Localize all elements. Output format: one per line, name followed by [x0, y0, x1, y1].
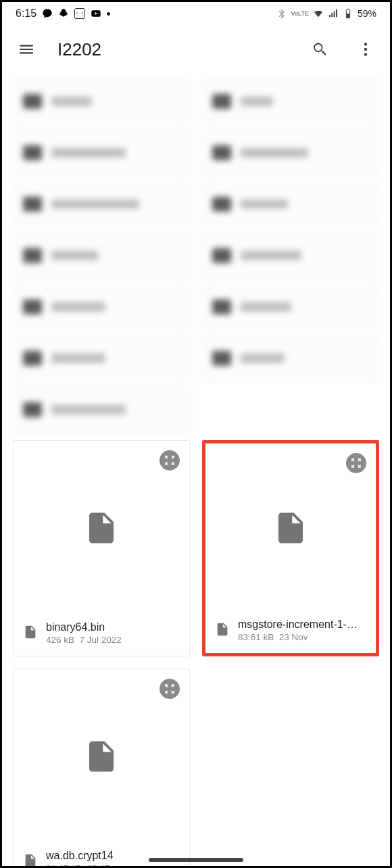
file-card[interactable]: msgstore-increment-1-…83.61 kB 23 Nov	[202, 440, 379, 656]
expand-button[interactable]	[160, 679, 180, 699]
youtube-icon	[91, 8, 101, 19]
status-time: 6:15	[16, 7, 36, 20]
folder-icon	[212, 299, 231, 314]
folder-label	[51, 405, 126, 414]
folder-item[interactable]	[202, 285, 379, 329]
folder-label	[51, 199, 139, 209]
folder-icon	[212, 94, 231, 109]
signal-icon	[328, 8, 339, 19]
file-card[interactable]: wa.db.crypt1421.45 kB 12:45 pm	[13, 669, 190, 868]
folder-item[interactable]	[202, 79, 379, 124]
more-options-button[interactable]	[351, 34, 381, 64]
file-subtitle: 426 kB 7 Jul 2022	[46, 635, 122, 645]
page-title: I2202	[57, 39, 289, 60]
folder-icon	[23, 197, 42, 212]
folder-item[interactable]	[202, 233, 379, 278]
bluetooth-icon	[276, 8, 287, 19]
expand-button[interactable]	[346, 453, 366, 473]
search-button[interactable]	[305, 34, 335, 64]
folder-icon	[212, 248, 231, 263]
search-icon	[311, 41, 328, 58]
file-name: msgstore-increment-1-…	[238, 619, 358, 631]
folder-label	[241, 97, 273, 106]
folder-item[interactable]	[202, 130, 379, 175]
folder-item[interactable]	[13, 336, 190, 381]
svg-point-1	[364, 43, 367, 45]
file-icon	[215, 620, 230, 642]
volte-icon: VoLTE	[291, 11, 309, 17]
file-name: binary64.bin	[46, 621, 122, 633]
file-name: wa.db.crypt14	[46, 850, 125, 862]
file-subtitle: 21.45 kB 12:45 pm	[46, 863, 125, 868]
folder-item[interactable]	[13, 285, 190, 329]
menu-button[interactable]	[11, 34, 41, 64]
file-icon	[23, 851, 38, 869]
folder-item[interactable]	[13, 182, 190, 226]
folder-label	[51, 97, 92, 106]
svg-point-3	[364, 53, 367, 55]
file-footer: msgstore-increment-1-…83.61 kB 23 Nov	[205, 612, 376, 653]
folder-label	[241, 302, 291, 312]
folder-label	[51, 251, 99, 260]
file-subtitle: 83.61 kB 23 Nov	[238, 632, 358, 642]
folder-item[interactable]	[13, 79, 190, 124]
folder-label	[51, 148, 126, 158]
grid-icon: ⋮⋮	[74, 8, 85, 19]
folder-icon	[212, 197, 231, 212]
folder-label	[241, 251, 301, 260]
expand-button[interactable]	[160, 450, 180, 471]
file-footer: wa.db.crypt1421.45 kB 12:45 pm	[14, 843, 189, 868]
folder-item[interactable]	[202, 182, 379, 226]
folder-label	[241, 354, 285, 363]
folder-label	[51, 302, 105, 312]
folder-icon	[212, 145, 231, 160]
folder-label	[51, 354, 105, 363]
folder-icon	[23, 94, 42, 109]
snapchat-icon	[58, 8, 69, 19]
nav-handle[interactable]	[149, 858, 243, 862]
battery-icon	[343, 8, 353, 19]
folder-icon	[23, 248, 42, 263]
folder-label	[241, 148, 308, 158]
folder-icon	[212, 351, 231, 366]
folder-icon	[23, 299, 42, 314]
folder-icon	[23, 351, 42, 366]
wifi-icon	[313, 8, 324, 19]
chat-bubble-icon	[42, 8, 53, 19]
folder-label	[241, 199, 288, 209]
folder-item[interactable]	[202, 336, 379, 381]
folder-icon	[23, 402, 42, 417]
svg-point-2	[364, 48, 367, 51]
folder-item[interactable]	[13, 130, 190, 175]
file-footer: binary64.bin426 kB 7 Jul 2022	[14, 614, 189, 656]
folder-item[interactable]	[13, 233, 190, 278]
more-indicator-icon	[107, 12, 110, 16]
app-bar: I2202	[2, 22, 390, 76]
status-bar: 6:15 ⋮⋮ VoLTE	[2, 2, 390, 22]
file-card[interactable]: binary64.bin426 kB 7 Jul 2022	[13, 440, 190, 656]
battery-percent: 59%	[358, 8, 376, 19]
hamburger-icon	[18, 41, 35, 58]
file-icon	[23, 623, 38, 644]
folder-item[interactable]	[13, 387, 190, 432]
folder-icon	[23, 145, 42, 160]
svg-rect-0	[347, 14, 349, 18]
more-vert-icon	[357, 41, 374, 58]
